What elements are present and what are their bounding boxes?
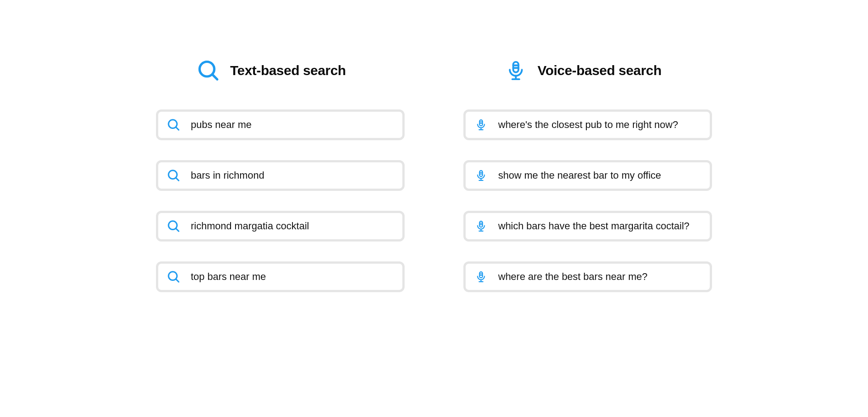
text-search-heading: Text-based search <box>156 59 405 82</box>
search-icon <box>166 168 181 183</box>
query-text: bars in richmond <box>191 170 264 181</box>
search-icon <box>166 270 181 284</box>
query-text: which bars have the best margarita cocta… <box>498 220 689 232</box>
voice-search-list: where's the closest pub to me right now?… <box>463 109 712 292</box>
svg-line-5 <box>176 178 179 180</box>
microphone-icon <box>474 118 488 132</box>
text-search-title: Text-based search <box>230 63 346 78</box>
comparison-wrap: Text-based search pubs near me bars in r… <box>156 59 712 292</box>
voice-box[interactable]: where's the closest pub to me right now? <box>463 109 712 140</box>
microphone-icon <box>474 270 488 284</box>
svg-line-1 <box>212 75 217 80</box>
svg-line-7 <box>176 228 179 231</box>
voice-search-column: Voice-based search where's the closest p… <box>463 59 712 292</box>
search-icon <box>166 118 181 132</box>
search-box[interactable]: top bars near me <box>156 261 405 292</box>
voice-box[interactable]: where are the best bars near me? <box>463 261 712 292</box>
query-text: where are the best bars near me? <box>498 271 647 283</box>
query-text: richmond margatia cocktail <box>191 220 309 232</box>
microphone-icon <box>474 168 488 183</box>
svg-rect-20 <box>480 171 483 176</box>
text-search-column: Text-based search pubs near me bars in r… <box>156 59 405 292</box>
query-text: pubs near me <box>191 119 252 131</box>
svg-rect-25 <box>480 221 483 227</box>
search-box[interactable]: bars in richmond <box>156 160 405 191</box>
text-search-list: pubs near me bars in richmond richmond m… <box>156 109 405 292</box>
svg-line-9 <box>176 279 179 282</box>
microphone-icon <box>504 59 528 82</box>
query-text: top bars near me <box>191 271 266 283</box>
microphone-icon <box>474 219 488 233</box>
voice-search-title: Voice-based search <box>538 63 661 78</box>
voice-box[interactable]: show me the nearest bar to my office <box>463 160 712 191</box>
svg-line-3 <box>176 127 179 130</box>
svg-rect-15 <box>480 120 483 126</box>
svg-rect-10 <box>513 62 519 72</box>
search-icon <box>197 59 220 82</box>
voice-search-heading: Voice-based search <box>463 59 712 82</box>
search-icon <box>166 219 181 233</box>
query-text: show me the nearest bar to my office <box>498 170 661 181</box>
search-box[interactable]: pubs near me <box>156 109 405 140</box>
query-text: where's the closest pub to me right now? <box>498 119 678 131</box>
search-box[interactable]: richmond margatia cocktail <box>156 211 405 242</box>
voice-box[interactable]: which bars have the best margarita cocta… <box>463 211 712 242</box>
